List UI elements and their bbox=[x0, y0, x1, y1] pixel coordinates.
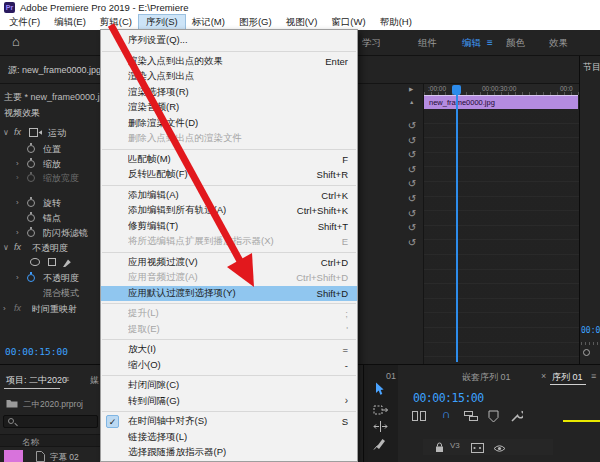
fx-badge-icon[interactable]: fx bbox=[14, 242, 21, 252]
fx-badge-icon[interactable]: fx bbox=[14, 127, 21, 137]
param-row-scale[interactable]: › 缩放 bbox=[0, 158, 110, 171]
sync-lock-icon[interactable] bbox=[471, 443, 484, 453]
menubar-item-edit[interactable]: 编辑(E) bbox=[47, 15, 93, 30]
add-marker-icon[interactable] bbox=[488, 410, 499, 423]
project-item-label[interactable]: 字幕 02 bbox=[50, 452, 79, 462]
chevron-down-icon[interactable]: ∨ bbox=[3, 128, 9, 137]
work-area-bar[interactable] bbox=[563, 420, 600, 422]
menu-item-sequence-settings[interactable]: 序列设置(Q)... bbox=[101, 33, 357, 49]
menubar-item-clip[interactable]: 剪辑(C) bbox=[93, 15, 139, 30]
effect-row-opacity[interactable]: ∨ fx 不透明度 bbox=[0, 242, 110, 255]
ripple-edit-tool-icon[interactable] bbox=[373, 420, 388, 433]
chevron-right-icon[interactable]: › bbox=[16, 228, 19, 237]
lock-icon[interactable] bbox=[435, 442, 444, 453]
reset-param-icon[interactable]: ↺ bbox=[406, 149, 418, 161]
effect-row-motion[interactable]: ∨ fx 运动 bbox=[0, 127, 110, 140]
reset-param-icon[interactable]: ↺ bbox=[406, 193, 418, 205]
ec-timecode[interactable]: 00:00:15:00 bbox=[5, 346, 68, 357]
menu-item-reverse-match-frame[interactable]: 反转匹配帧(F)Shift+R bbox=[101, 167, 357, 183]
panel-menu-icon[interactable]: ≡ bbox=[64, 374, 69, 384]
menu-item-go-to-gap[interactable]: 转到间隔(G)› bbox=[101, 394, 357, 410]
fx-badge-icon[interactable]: fx bbox=[14, 303, 21, 313]
search-input[interactable] bbox=[3, 415, 98, 428]
chevron-right-icon[interactable]: › bbox=[16, 198, 19, 207]
clip-bar[interactable]: new_frame0000.jpg bbox=[424, 95, 578, 109]
reset-param-icon[interactable]: ↺ bbox=[406, 164, 418, 176]
chevron-right-icon[interactable]: › bbox=[16, 173, 19, 182]
menubar-item-sequence[interactable]: 序列(S) bbox=[139, 15, 185, 30]
menu-item-apply-default-transitions[interactable]: 应用默认过渡到选择项(Y)Shift+D bbox=[101, 286, 357, 302]
keyframe-lane[interactable] bbox=[424, 109, 579, 364]
stopwatch-icon[interactable] bbox=[27, 199, 35, 207]
reset-param-icon[interactable]: ↺ bbox=[406, 237, 418, 249]
zoom-slider-knob[interactable] bbox=[583, 349, 590, 356]
ellipse-mask-icon[interactable] bbox=[30, 258, 40, 266]
reset-param-icon[interactable]: ↺ bbox=[406, 120, 418, 132]
tab-sequence-01[interactable]: 序列 01 bbox=[552, 371, 583, 384]
param-row-opacity[interactable]: › 不透明度 bbox=[0, 272, 110, 285]
menu-item-render-in-out[interactable]: 渲染入点到出点 bbox=[101, 69, 357, 85]
workspace-tab-color[interactable]: 颜色 bbox=[506, 37, 525, 50]
track-label[interactable]: V3 bbox=[450, 441, 460, 450]
menu-item-render-in-out-effects[interactable]: 渲染入点到出点的效果Enter bbox=[101, 54, 357, 70]
menu-item-add-edit-all-tracks[interactable]: 添加编辑到所有轨道(A)Ctrl+Shift+K bbox=[101, 203, 357, 219]
lane-collapse-icon[interactable]: ▲ bbox=[409, 99, 414, 105]
tab-nested-sequence[interactable]: 嵌套序列 01 bbox=[462, 371, 511, 384]
stopwatch-icon[interactable] bbox=[27, 229, 35, 237]
workspace-tab-learning[interactable]: 学习 bbox=[362, 37, 381, 50]
pen-mask-icon[interactable] bbox=[62, 257, 72, 268]
tab-source-monitor[interactable]: 源: new_frame0000.jpg bbox=[8, 64, 101, 77]
param-row-antiflicker[interactable]: › 防闪烁滤镜 bbox=[0, 227, 110, 240]
label-color-swatch[interactable] bbox=[4, 450, 23, 462]
stopwatch-icon[interactable] bbox=[27, 145, 35, 153]
panel-menu-icon[interactable]: ≡ bbox=[591, 371, 596, 381]
menu-item-delete-render-files[interactable]: 删除渲染文件(D) bbox=[101, 116, 357, 132]
toggle-track-output-eye-icon[interactable] bbox=[493, 444, 506, 453]
stopwatch-active-icon[interactable] bbox=[27, 274, 35, 282]
rect-mask-icon[interactable] bbox=[48, 258, 56, 266]
tab-sequence-partial[interactable]: 01 bbox=[386, 371, 396, 381]
menu-item-render-audio[interactable]: 渲染音频(R) bbox=[101, 100, 357, 116]
tab-media-browser-partial[interactable]: 媒 bbox=[90, 374, 100, 387]
menu-item-apply-video-transition[interactable]: 应用视频过渡(V)Ctrl+D bbox=[101, 255, 357, 271]
menu-item-add-edit[interactable]: 添加编辑(A)Ctrl+K bbox=[101, 188, 357, 204]
menu-item-trim-edit[interactable]: 修剪编辑(T)Shift+T bbox=[101, 219, 357, 235]
tab-project[interactable]: 项目: 二中2020 bbox=[6, 374, 67, 387]
chevron-right-icon[interactable]: › bbox=[3, 304, 6, 313]
effect-row-time-remap[interactable]: › fx 时间重映射 bbox=[0, 303, 110, 316]
track-select-tool-icon[interactable] bbox=[373, 404, 389, 416]
timeline-settings-wrench-icon[interactable] bbox=[510, 410, 523, 423]
menu-item-snap-in-timeline[interactable]: ✓在时间轴中对齐(S)S bbox=[101, 414, 357, 430]
program-timecode[interactable]: 00:0 bbox=[581, 326, 600, 335]
menubar-item-markers[interactable]: 标记(M) bbox=[185, 15, 232, 30]
chevron-down-icon[interactable]: ∨ bbox=[3, 243, 9, 252]
playhead-marker[interactable] bbox=[452, 85, 461, 95]
param-row-blend-mode[interactable]: 混合模式 bbox=[0, 287, 110, 300]
menubar-item-window[interactable]: 窗口(W) bbox=[324, 15, 372, 30]
menubar-item-view[interactable]: 视图(V) bbox=[279, 15, 325, 30]
chevron-right-icon[interactable]: › bbox=[16, 159, 19, 168]
workspace-tab-assembly[interactable]: 组件 bbox=[418, 37, 437, 50]
name-column-header[interactable]: 名称 bbox=[22, 437, 39, 449]
snap-magnet-icon[interactable]: ∩ bbox=[442, 407, 451, 421]
menubar-item-file[interactable]: 文件(F) bbox=[2, 15, 47, 30]
reset-param-icon[interactable]: ↺ bbox=[406, 135, 418, 147]
menu-item-zoom-out[interactable]: 缩小(O)- bbox=[101, 358, 357, 374]
linked-selection-icon[interactable] bbox=[464, 410, 478, 422]
lane-play-icon[interactable]: ▶ bbox=[409, 86, 413, 92]
chevron-right-icon[interactable]: › bbox=[16, 273, 19, 282]
reset-param-icon[interactable]: ↺ bbox=[406, 208, 418, 220]
menubar-item-graphics[interactable]: 图形(G) bbox=[232, 15, 279, 30]
stopwatch-icon[interactable] bbox=[27, 214, 35, 222]
workspace-menu-icon[interactable]: ≡ bbox=[487, 37, 493, 48]
reset-param-icon[interactable]: ↺ bbox=[406, 222, 418, 234]
menu-item-render-selection[interactable]: 渲染选择项(R) bbox=[101, 85, 357, 101]
menu-item-zoom-in[interactable]: 放大(I)= bbox=[101, 342, 357, 358]
project-breadcrumb[interactable]: 二中2020.prproj bbox=[23, 399, 83, 411]
param-row-position[interactable]: 位置 bbox=[0, 143, 110, 156]
menu-item-linked-selection[interactable]: 链接选择项(L) bbox=[101, 430, 357, 446]
param-row-scale-width[interactable]: › 缩放宽度 bbox=[0, 172, 110, 185]
menu-item-close-gap[interactable]: 封闭间隙(C) bbox=[101, 378, 357, 394]
selection-tool-icon[interactable] bbox=[373, 382, 385, 396]
timeline-timecode[interactable]: 00:00:15:00 bbox=[413, 391, 484, 405]
